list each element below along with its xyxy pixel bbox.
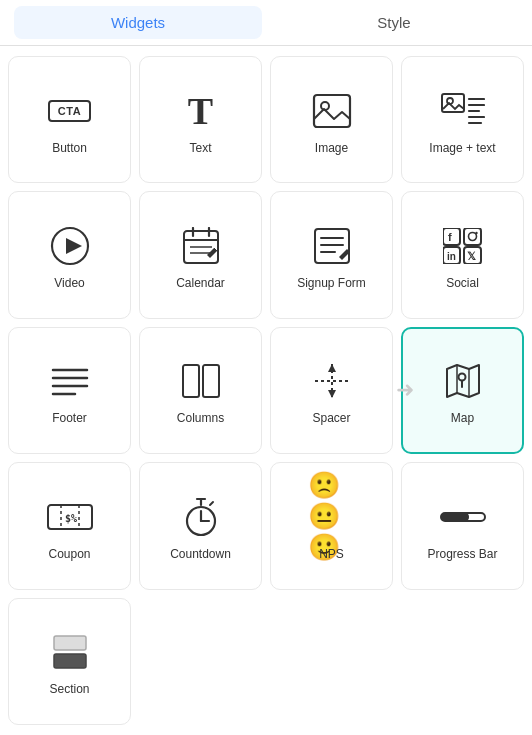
widget-social-label: Social xyxy=(446,276,479,290)
widget-columns[interactable]: Columns xyxy=(139,327,262,454)
widget-social[interactable]: f in 𝕏 Social xyxy=(401,191,524,318)
svg-point-26 xyxy=(475,232,477,234)
svg-rect-35 xyxy=(183,365,199,397)
widget-coupon-label: Coupon xyxy=(48,547,90,561)
map-icon xyxy=(439,359,487,403)
svg-point-25 xyxy=(468,233,476,241)
svg-rect-57 xyxy=(54,654,86,668)
app-container: Widgets Style CTA Button T Text xyxy=(0,0,532,735)
widget-calendar[interactable]: Calendar xyxy=(139,191,262,318)
widget-section[interactable]: Section xyxy=(8,598,131,725)
nps-icon: 🙁😐🙂 xyxy=(308,495,356,539)
button-icon: CTA xyxy=(46,89,94,133)
widget-nps[interactable]: 🙁😐🙂 NPS xyxy=(270,462,393,589)
imagetext-icon xyxy=(439,89,487,133)
image-icon xyxy=(308,89,356,133)
svg-point-43 xyxy=(458,374,465,381)
progressbar-icon xyxy=(439,495,487,539)
tab-widgets[interactable]: Widgets xyxy=(14,6,262,39)
coupon-icon: $% xyxy=(46,495,94,539)
svg-marker-38 xyxy=(328,364,336,372)
section-icon xyxy=(46,630,94,674)
widget-map-label: Map xyxy=(451,411,474,425)
footer-icon xyxy=(46,359,94,403)
widget-image[interactable]: Image xyxy=(270,56,393,183)
widget-progressbar[interactable]: Progress Bar xyxy=(401,462,524,589)
svg-line-53 xyxy=(210,502,213,505)
widget-nps-label: NPS xyxy=(319,547,344,561)
svg-text:𝕏: 𝕏 xyxy=(467,250,476,262)
widget-video-label: Video xyxy=(54,276,84,290)
svg-rect-0 xyxy=(314,95,350,127)
svg-marker-39 xyxy=(328,390,336,398)
widget-button[interactable]: CTA Button xyxy=(8,56,131,183)
widget-signup-label: Signup Form xyxy=(297,276,366,290)
svg-rect-56 xyxy=(54,636,86,650)
svg-rect-55 xyxy=(441,513,469,521)
video-icon xyxy=(46,224,94,268)
tab-bar: Widgets Style xyxy=(0,0,532,46)
widget-calendar-label: Calendar xyxy=(176,276,225,290)
widget-button-label: Button xyxy=(52,141,87,155)
widget-footer-label: Footer xyxy=(52,411,87,425)
svg-text:$%: $% xyxy=(65,513,77,524)
countdown-icon xyxy=(177,495,225,539)
widget-spacer[interactable]: Spacer ➜ xyxy=(270,327,393,454)
calendar-icon xyxy=(177,224,225,268)
social-icon: f in 𝕏 xyxy=(439,224,487,268)
svg-rect-36 xyxy=(203,365,219,397)
widget-video[interactable]: Video xyxy=(8,191,131,318)
widget-image-label: Image xyxy=(315,141,348,155)
widget-columns-label: Columns xyxy=(177,411,224,425)
widget-coupon[interactable]: $% Coupon xyxy=(8,462,131,589)
widget-section-label: Section xyxy=(49,682,89,696)
widget-map[interactable]: Map xyxy=(401,327,524,454)
widget-text-label: Text xyxy=(189,141,211,155)
widget-spacer-label: Spacer xyxy=(312,411,350,425)
widget-imagetext[interactable]: Image + text xyxy=(401,56,524,183)
widgets-grid: CTA Button T Text Image xyxy=(0,46,532,735)
widget-countdown-label: Countdown xyxy=(170,547,231,561)
columns-icon xyxy=(177,359,225,403)
signup-icon xyxy=(308,224,356,268)
svg-marker-10 xyxy=(66,238,82,254)
spacer-icon xyxy=(308,359,356,403)
svg-text:f: f xyxy=(448,231,452,243)
widget-imagetext-label: Image + text xyxy=(429,141,495,155)
widget-countdown[interactable]: Countdown xyxy=(139,462,262,589)
tab-style[interactable]: Style xyxy=(270,6,518,39)
svg-text:in: in xyxy=(447,251,456,262)
widget-footer[interactable]: Footer xyxy=(8,327,131,454)
svg-rect-24 xyxy=(464,228,481,245)
widget-signup[interactable]: Signup Form xyxy=(270,191,393,318)
arrow-icon: ➜ xyxy=(396,377,414,403)
widget-progressbar-label: Progress Bar xyxy=(427,547,497,561)
text-icon: T xyxy=(177,89,225,133)
widget-text[interactable]: T Text xyxy=(139,56,262,183)
